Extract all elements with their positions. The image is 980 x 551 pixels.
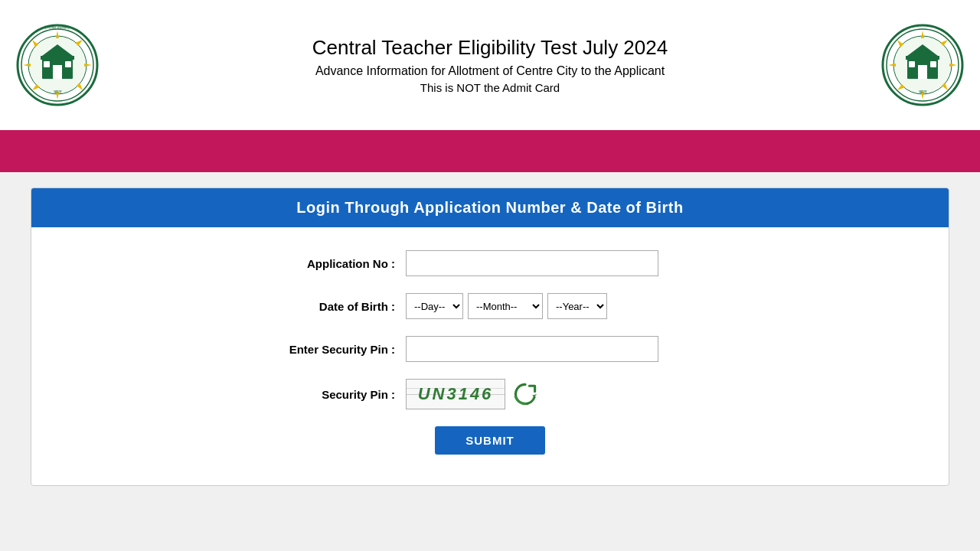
dob-day-select[interactable]: --Day-- 12345 678910 1112131415 16171819… xyxy=(406,293,463,319)
svg-rect-16 xyxy=(65,61,71,67)
svg-rect-34 xyxy=(909,61,915,67)
svg-rect-15 xyxy=(44,61,50,67)
dob-selects: --Day-- 12345 678910 1112131415 16171819… xyxy=(406,293,607,319)
security-pin-input[interactable] xyxy=(406,336,658,362)
application-no-row: Application No : xyxy=(253,250,727,276)
dob-month-select[interactable]: --Month-- JanuaryFebruaryMarchApril MayJ… xyxy=(468,293,543,319)
svg-marker-37 xyxy=(532,394,537,397)
header-text-block: Central Teacher Eligibility Test July 20… xyxy=(100,36,880,94)
svg-rect-31 xyxy=(918,65,927,79)
submit-button[interactable]: SUBMIT xyxy=(435,426,545,455)
pink-banner xyxy=(0,130,980,172)
application-no-label: Application No : xyxy=(253,257,406,270)
dob-row: Date of Birth : --Day-- 12345 678910 111… xyxy=(253,293,727,319)
svg-rect-12 xyxy=(53,65,62,79)
page-title: Central Teacher Eligibility Test July 20… xyxy=(100,36,880,60)
captcha-value: UN3146 xyxy=(418,384,494,404)
login-form-card: Login Through Application Number & Date … xyxy=(31,187,949,486)
svg-text:भारत: भारत xyxy=(919,90,927,94)
left-logo: भारत केन्द्रीय माध्यमिक xyxy=(15,23,100,107)
dob-label: Date of Birth : xyxy=(253,300,406,313)
captcha-label: Security Pin : xyxy=(253,388,406,401)
page-header: भारत केन्द्रीय माध्यमिक Central Teacher … xyxy=(0,0,980,130)
page-subtitle: Advance Information for Allotment of Cen… xyxy=(100,64,880,78)
security-pin-input-label: Enter Security Pin : xyxy=(253,343,406,356)
svg-text:भारत: भारत xyxy=(54,90,62,94)
application-no-input[interactable] xyxy=(406,250,658,276)
form-card-title: Login Through Application Number & Date … xyxy=(31,188,949,227)
svg-rect-32 xyxy=(906,56,939,60)
svg-rect-13 xyxy=(41,56,74,60)
form-body: Application No : Date of Birth : --Day--… xyxy=(31,227,949,485)
submit-row: SUBMIT xyxy=(253,426,727,455)
security-pin-input-row: Enter Security Pin : xyxy=(253,336,727,362)
page-note: This is NOT the Admit Card xyxy=(100,81,880,94)
svg-rect-35 xyxy=(930,61,936,67)
dob-year-select[interactable]: --Year-- 1980198119821983 19841985198619… xyxy=(547,293,607,319)
main-content: Login Through Application Number & Date … xyxy=(0,172,980,501)
right-logo: भारत xyxy=(880,23,965,107)
captcha-row: Security Pin : UN3146 xyxy=(253,379,727,409)
captcha-image: UN3146 xyxy=(406,379,505,409)
svg-text:केन्द्रीय माध्यमिक: केन्द्रीय माध्यमिक xyxy=(44,25,70,31)
refresh-captcha-icon[interactable] xyxy=(511,380,539,408)
